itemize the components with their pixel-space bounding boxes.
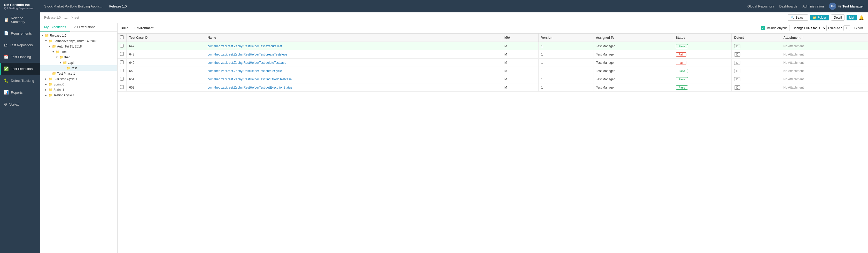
status-badge-0[interactable]: Pass (676, 44, 688, 48)
more-columns-icon[interactable]: ⋮ (801, 36, 804, 39)
row-checkbox-5[interactable] (120, 85, 124, 89)
administration-link[interactable]: Administration (803, 4, 824, 8)
tree-item-auto-fri[interactable]: ▼ 📁 Auto_Fri 15, 2018 (40, 44, 117, 49)
td-status: Pass (673, 75, 732, 84)
status-badge-5[interactable]: Pass (676, 86, 688, 90)
sidebar-item-test-planning[interactable]: 📅 Test Planning (0, 51, 40, 63)
tree-toggle: ▶ (45, 83, 48, 86)
tree-item-business-cycle[interactable]: ▶ 📁 Business Cycle 1 (40, 76, 117, 82)
tree-label: Auto_Fri 15, 2018 (57, 45, 82, 48)
bulk-status-select[interactable]: Change Bulk Status (789, 25, 827, 31)
sidebar-item-test-repository[interactable]: 🗂 Test Repository (0, 39, 40, 51)
td-ma: M (502, 42, 538, 50)
folder-icon: 📁 (48, 39, 53, 43)
td-name: com.thed.zapi.rest.ZephyrRestHelperTest.… (205, 59, 502, 67)
status-badge-2[interactable]: Fail (676, 61, 686, 65)
export-button[interactable]: Export (852, 26, 865, 31)
breadcrumb-release[interactable]: Release 1.0 (44, 16, 61, 19)
sidebar-item-test-execution[interactable]: ✅ Test Execution (0, 63, 40, 74)
tree-item-com[interactable]: ▼ 📁 com (40, 49, 117, 55)
tab-my-executions[interactable]: My Executions (40, 23, 70, 31)
td-defect: D (732, 84, 781, 92)
row-checkbox-4[interactable] (120, 77, 124, 81)
test-case-link-2[interactable]: com.thed.zapi.rest.ZephyrRestHelperTest.… (208, 61, 286, 65)
sidebar-item-requirements[interactable]: 📄 Requirements (0, 27, 40, 39)
td-assigned-to: Test Manager (593, 84, 673, 92)
status-badge-3[interactable]: Pass (676, 69, 688, 73)
test-repository-icon: 🗂 (4, 43, 8, 47)
defect-button-0[interactable]: D (734, 44, 740, 48)
td-defect: D (732, 75, 781, 84)
td-defect: D (732, 67, 781, 75)
defect-button-5[interactable]: D (734, 86, 740, 90)
td-row-checkbox[interactable] (118, 67, 127, 75)
tree-item-bamboo[interactable]: ▼ 📁 BambooZephyr_Thurs 14, 2018 (40, 38, 117, 44)
nav-release[interactable]: Release 1.0 (109, 4, 127, 8)
folder-button[interactable]: 📁 Folder (810, 15, 829, 21)
sidebar-item-release-summary[interactable]: 📋 Release Summary (0, 12, 40, 27)
tree-item-rest[interactable]: 📁 rest (40, 65, 117, 71)
th-ma: M/A (502, 34, 538, 42)
tab-all-executions[interactable]: All Executions (70, 23, 100, 31)
test-case-link-1[interactable]: com.thed.zapi.rest.ZephyrRestHelperTest.… (208, 53, 287, 56)
td-name: com.thed.zapi.rest.ZephyrRestHelperTest.… (205, 67, 502, 75)
status-badge-1[interactable]: Fail (676, 53, 686, 57)
user-menu[interactable]: TM Hi Test Manager (829, 3, 864, 10)
tree-toggle: ▶ (45, 94, 48, 97)
sidebar-item-vortex[interactable]: ⚙ Vortex (0, 98, 40, 110)
search-button[interactable]: 🔍 Search (788, 14, 808, 21)
status-badge-4[interactable]: Pass (676, 77, 688, 81)
test-case-link-3[interactable]: com.thed.zapi.rest.ZephyrRestHelperTest.… (208, 69, 282, 73)
td-status: Pass (673, 42, 732, 50)
test-case-link-4[interactable]: com.thed.zapi.rest.ZephyrRestHelperTest.… (208, 77, 292, 81)
global-repository-link[interactable]: Global Repository (747, 4, 774, 8)
row-checkbox-1[interactable] (120, 52, 124, 56)
defect-button-4[interactable]: D (734, 77, 740, 81)
tree-toggle: ▼ (45, 39, 48, 42)
attachment-value-1: No Attachment (783, 53, 804, 56)
select-all-checkbox[interactable] (120, 35, 124, 39)
breadcrumb-rest[interactable]: rest (74, 16, 79, 19)
table-row: 651 com.thed.zapi.rest.ZephyrRestHelperT… (118, 75, 868, 84)
tree-item-zapi[interactable]: ▼ 📁 zapi (40, 60, 117, 65)
td-row-checkbox[interactable] (118, 42, 127, 50)
defect-button-2[interactable]: D (734, 61, 740, 65)
defect-button-3[interactable]: D (734, 69, 740, 73)
include-anyone-checkbox[interactable]: ✓ (761, 26, 765, 30)
sidebar-item-reports[interactable]: 📊 Reports (0, 87, 40, 98)
td-row-checkbox[interactable] (118, 59, 127, 67)
tree-item-sprint1[interactable]: ▶ 📁 Sprint 1 (40, 87, 117, 92)
test-case-link-5[interactable]: com.thed.zapi.rest.ZephyrRestHelperTest.… (208, 86, 292, 89)
td-status: Pass (673, 84, 732, 92)
notification-bell-button[interactable]: 🔔 (859, 15, 864, 20)
dashboards-link[interactable]: Dashboards (779, 4, 797, 8)
tree-item-test-phase[interactable]: 📁 Test Phase 1 (40, 71, 117, 76)
defect-button-1[interactable]: D (734, 53, 740, 57)
row-checkbox-3[interactable] (120, 69, 124, 72)
execute-button[interactable]: E (843, 25, 850, 31)
tree-item-thed[interactable]: ▼ 📁 thed (40, 55, 117, 60)
td-version: 1 (538, 50, 593, 59)
tree-toggle: ▼ (56, 56, 59, 59)
td-row-checkbox[interactable] (118, 84, 127, 92)
td-test-case-id: 651 (127, 75, 205, 84)
list-button[interactable]: List (846, 15, 857, 21)
tree-label: zapi (68, 61, 74, 65)
tree-item-testing-cycle[interactable]: ▶ 📁 Testing Cycle 1 (40, 92, 117, 98)
folder-icon: 📁 (63, 61, 67, 65)
row-checkbox-0[interactable] (120, 44, 124, 48)
tree-item-release[interactable]: ▼ 📁 Release 1.0 (40, 33, 117, 38)
tree-label: com (61, 50, 67, 54)
tree-toggle: ▼ (41, 34, 45, 37)
nav-project[interactable]: Stock Market Portfolio Building Applic..… (44, 4, 102, 8)
td-assigned-to: Test Manager (593, 59, 673, 67)
detail-button[interactable]: Detail (831, 14, 845, 21)
folder-icon: 📁 (52, 71, 56, 75)
tree-item-sprint0[interactable]: ▶ 📁 Sprint 0 (40, 82, 117, 87)
td-row-checkbox[interactable] (118, 75, 127, 84)
test-execution-icon: ✅ (4, 66, 9, 71)
row-checkbox-2[interactable] (120, 60, 124, 64)
sidebar-item-defect-tracking[interactable]: 🐛 Defect Tracking (0, 74, 40, 87)
test-case-link-0[interactable]: com.thed.zapi.rest.ZephyrRestHelperTest.… (208, 44, 282, 48)
td-row-checkbox[interactable] (118, 50, 127, 59)
